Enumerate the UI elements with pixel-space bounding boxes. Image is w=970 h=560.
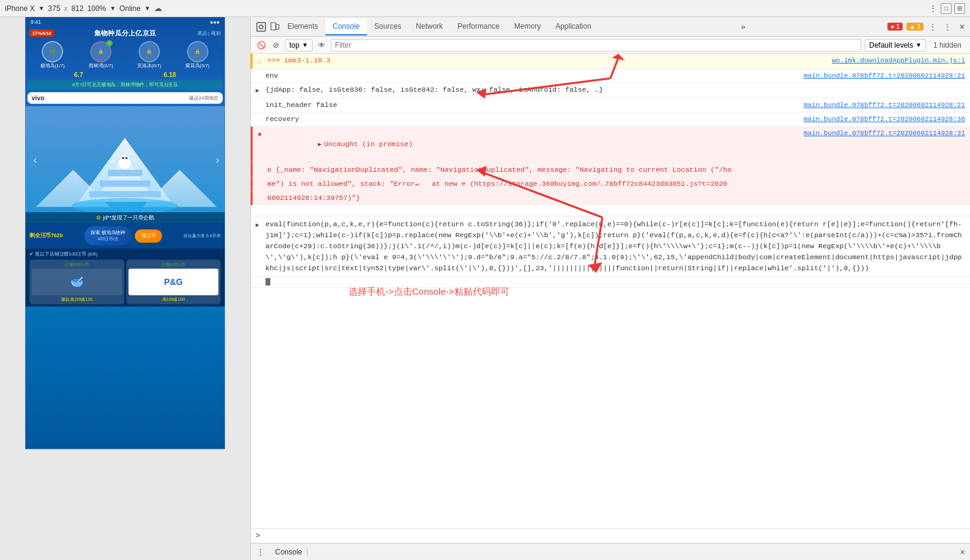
line-content-error2: e {_name: "NavigationDuplicated", name: … xyxy=(267,164,965,175)
device-label[interactable]: iPhone X xyxy=(5,4,35,13)
settings-icon[interactable]: ⋮ xyxy=(927,21,938,32)
phone-screen[interactable]: 9:41 ●●● 17%/618 集物种瓜分上亿京豆 奖品 | 规则 🌿 极地岛… xyxy=(25,17,224,449)
shop1-discount: 爆款满199减130 xyxy=(32,297,122,303)
tab-more[interactable]: » xyxy=(736,22,750,31)
explore-btn[interactable]: 探索 极地岛物种 400汪币/次 xyxy=(84,226,132,245)
levels-dropdown-icon: ▼ xyxy=(916,42,922,48)
level4-icon[interactable]: 🔒 xyxy=(187,41,209,62)
prompt-symbol: > xyxy=(256,532,260,540)
device-mode-icon[interactable] xyxy=(269,21,280,32)
line-source-init[interactable]: main.bundle.078bff72.t=20200602114928:21 xyxy=(804,100,965,111)
level3-label: 克洛冰(0/7) xyxy=(137,62,161,69)
line-content-imk: >>> imk3-1.10.3 xyxy=(267,55,827,66)
tab-network[interactable]: Network xyxy=(409,18,450,35)
tab-application[interactable]: Application xyxy=(548,18,599,35)
console-line-env: env main.bundle.078bff72.t=2020060211492… xyxy=(251,69,970,83)
console-cursor-line xyxy=(251,277,970,288)
hidden-count: 1 hidden xyxy=(930,41,965,50)
tab-memory[interactable]: Memory xyxy=(507,18,548,35)
total-coins: 剩全汪币7620 xyxy=(29,232,62,239)
console-line-recovery: recovery main.bundle.078bff72.t=20200602… xyxy=(251,112,970,127)
online-control[interactable]: Online xyxy=(119,4,141,13)
more-tabs-icon[interactable]: ⋮ xyxy=(942,21,953,32)
online-dropdown-icon[interactable]: ▼ xyxy=(144,5,150,12)
clear-console-btn[interactable]: 🚫 xyxy=(256,40,267,51)
shop-label: ✔ 逛以下店铺立赠100汪币 (8/8) xyxy=(29,251,220,257)
level1-icon[interactable]: 🌿 xyxy=(42,41,64,62)
svg-rect-6 xyxy=(100,180,150,186)
console-output[interactable]: ⚠ >>> imk3-1.10.3 wo.imk.downloadAppPlug… xyxy=(251,54,970,528)
bottom-console-bar: ⋮ Console × xyxy=(251,543,970,560)
console-line-error3: me") is not allowed", stack: "Error↵ at … xyxy=(251,177,970,191)
level2-label: 雨林湾(0/7) xyxy=(89,62,113,69)
brand-label: vivo xyxy=(32,94,45,101)
tab-sources[interactable]: Sources xyxy=(367,18,409,35)
warning-badge: ▲ 1 xyxy=(906,23,924,31)
device-toggle-icon[interactable]: □ xyxy=(941,3,952,14)
eye-btn[interactable]: 👁 xyxy=(316,40,327,51)
close-devtools-icon[interactable]: ✕ xyxy=(957,21,968,32)
tab-elements[interactable]: Elements xyxy=(280,18,325,35)
svg-rect-7 xyxy=(89,191,161,197)
svg-point-9 xyxy=(121,155,128,163)
line-content-error4: 0602114928:14:39757)"} xyxy=(267,193,965,204)
shop2-discount: 满199减100 xyxy=(128,297,218,303)
shop2-image[interactable]: P&G xyxy=(128,269,218,296)
expand-arrow-eval[interactable]: ▶ xyxy=(256,220,259,231)
svg-rect-18 xyxy=(276,24,279,29)
rank-label: 排位赢大奖 6.4开奖 xyxy=(183,233,220,239)
zoom-control[interactable]: 100% xyxy=(87,4,106,13)
bottom-close-btn[interactable]: × xyxy=(960,547,965,557)
line-content-jdapp: {jdApp: false, isGte836: false, isGte842… xyxy=(265,84,965,95)
bottom-menu-icon[interactable]: ⋮ xyxy=(256,547,265,557)
svg-text:›: › xyxy=(216,153,220,166)
context-select[interactable]: top ▼ xyxy=(285,39,313,51)
console-spacer xyxy=(251,205,970,216)
zoom-dropdown-icon[interactable]: ▼ xyxy=(109,5,116,12)
line-source-env[interactable]: main.bundle.078bff72.t=20200602114928:21 xyxy=(804,70,965,81)
device-dropdown-icon[interactable]: ▼ xyxy=(39,5,45,12)
phone-simulator: 9:41 ●●● 17%/618 集物种瓜分上亿京豆 奖品 | 规则 🌿 极地岛… xyxy=(0,17,251,560)
expand-arrow-jdapp[interactable]: ▶ xyxy=(256,86,259,97)
tab-performance[interactable]: Performance xyxy=(450,18,507,35)
level2-icon[interactable]: 🔒 ✓ xyxy=(91,41,112,62)
console-line-init: init_header false main.bundle.078bff72.t… xyxy=(251,98,970,112)
console-input[interactable] xyxy=(262,532,965,540)
level1-label: 极地岛(1/7) xyxy=(40,62,65,69)
level3-icon[interactable]: 🔒 xyxy=(139,41,160,62)
svg-point-16 xyxy=(259,25,263,29)
line-content-error1: ▶Uncaught (in promise) xyxy=(267,128,799,161)
err-icon: ● xyxy=(257,129,262,140)
level4-label: 紫花岛(0/7) xyxy=(185,62,210,69)
phone-title: 集物种瓜分上亿京豆 xyxy=(94,28,157,38)
line-source-imk[interactable]: wo.imk.downloadAppPlugin.min.js:1 xyxy=(832,55,965,66)
bottom-console-label[interactable]: Console xyxy=(270,548,308,556)
console-line-warning-imk: ⚠ >>> imk3-1.10.3 wo.imk.downloadAppPlug… xyxy=(251,54,970,69)
line-content-recovery: recovery xyxy=(265,114,799,125)
x-separator: x xyxy=(64,4,68,13)
filter-toggle-btn[interactable]: ⊘ xyxy=(270,40,281,51)
expand-arrow-error[interactable]: ▶ xyxy=(318,141,322,148)
shop1-image[interactable]: 🥣 xyxy=(32,269,122,296)
warn-icon: ⚠ xyxy=(257,56,262,67)
collect-btn[interactable]: 领汪币 xyxy=(135,229,162,243)
levels-select[interactable]: Default levels ▼ xyxy=(865,39,926,51)
found-label: jd**发现了一只帝企鹅 xyxy=(103,214,154,221)
svg-rect-17 xyxy=(271,23,276,30)
console-line-jdapp: ▶ {jdApp: false, isGte836: false, isGte8… xyxy=(251,83,970,98)
score2: 6.18 xyxy=(163,72,176,79)
tab-console[interactable]: Console xyxy=(325,18,367,35)
line-source-recovery[interactable]: main.bundle.078bff72.t=20200602114928:36 xyxy=(804,114,965,125)
line-source-error1[interactable]: main.bundle.078bff72.t=20200602114928:31 xyxy=(804,128,965,139)
more-options-icon[interactable]: ⋮ xyxy=(927,3,938,14)
inspect-icon[interactable] xyxy=(256,21,267,32)
filter-input[interactable] xyxy=(331,39,861,51)
context-label: top xyxy=(289,41,300,50)
console-line-error4: 0602114928:14:39757)"} xyxy=(251,191,970,205)
cursor xyxy=(265,278,270,286)
levels-label: Default levels xyxy=(869,41,913,50)
responsive-icon[interactable]: ⊞ xyxy=(954,3,965,14)
line-content-error3: me") is not allowed", stack: "Error↵ at … xyxy=(267,179,965,190)
product-label: 爆品24期免息 xyxy=(189,95,218,101)
devtools-top-bar: iPhone X ▼ 375 x 812 100% ▼ Online ▼ ☁ ⋮… xyxy=(0,0,970,17)
